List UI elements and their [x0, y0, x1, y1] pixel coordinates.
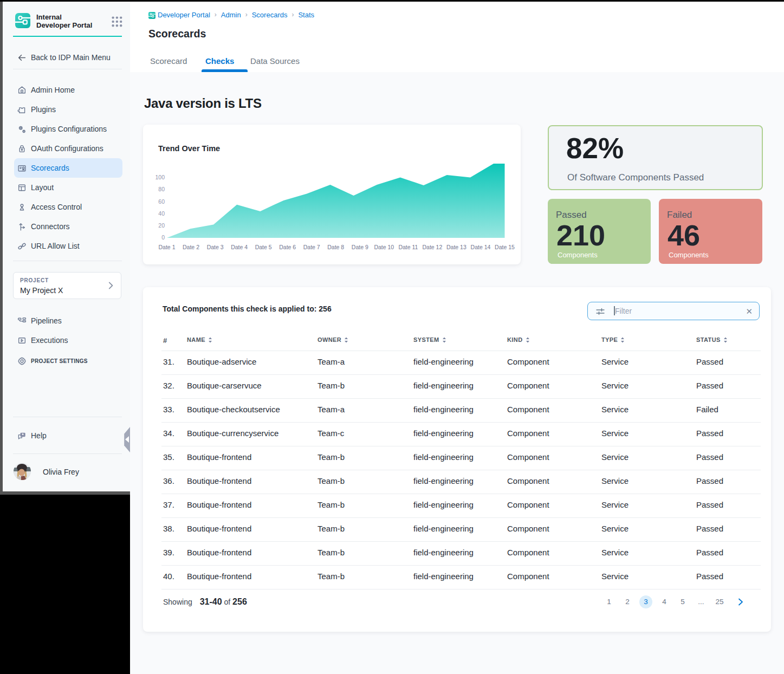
svg-text:Date 3: Date 3 — [207, 244, 224, 250]
svg-text:Date 11: Date 11 — [398, 244, 418, 250]
svg-text:Date 13: Date 13 — [446, 244, 466, 250]
svg-text:Date 14: Date 14 — [471, 244, 491, 250]
svg-text:Date 1: Date 1 — [159, 244, 176, 250]
svg-text:Date 5: Date 5 — [255, 244, 272, 250]
svg-text:20: 20 — [158, 222, 165, 229]
svg-text:0: 0 — [161, 234, 165, 241]
svg-text:Date 6: Date 6 — [279, 244, 296, 250]
svg-text:Date 9: Date 9 — [352, 244, 368, 250]
svg-text:Date 4: Date 4 — [231, 244, 248, 250]
svg-text:40: 40 — [158, 210, 165, 217]
svg-text:Date 8: Date 8 — [327, 244, 344, 250]
svg-text:Date 10: Date 10 — [374, 244, 394, 250]
svg-text:Date 12: Date 12 — [423, 244, 443, 250]
svg-text:Date 7: Date 7 — [303, 244, 320, 250]
svg-text:Date 2: Date 2 — [183, 244, 199, 250]
svg-text:Date 15: Date 15 — [495, 244, 515, 250]
svg-text:100: 100 — [155, 174, 165, 180]
svg-text:60: 60 — [158, 198, 165, 205]
svg-text:80: 80 — [158, 186, 165, 192]
